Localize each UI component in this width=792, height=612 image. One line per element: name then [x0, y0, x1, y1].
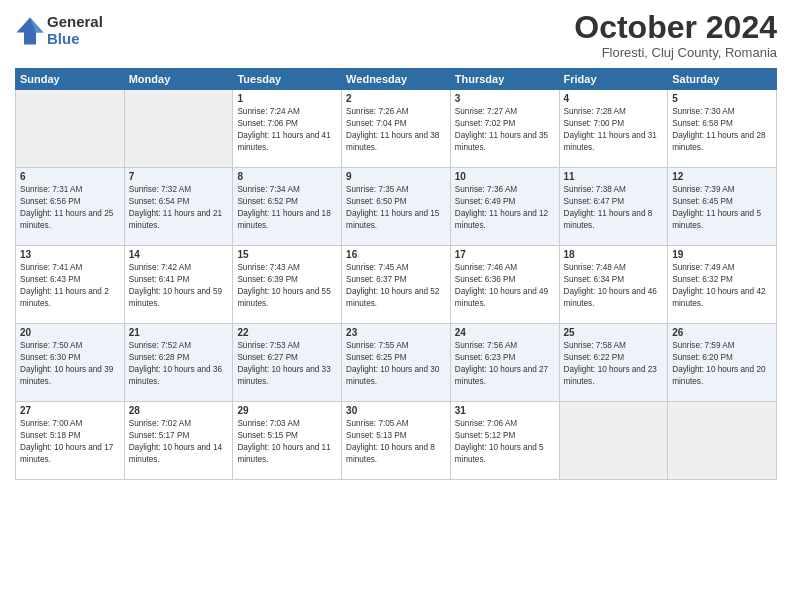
day-info: Sunrise: 7:56 AMSunset: 6:23 PMDaylight:…	[455, 340, 555, 388]
day-number: 1	[237, 93, 337, 104]
day-info: Sunrise: 7:30 AMSunset: 6:58 PMDaylight:…	[672, 106, 772, 154]
day-info: Sunrise: 7:28 AMSunset: 7:00 PMDaylight:…	[564, 106, 664, 154]
day-number: 7	[129, 171, 229, 182]
day-info: Sunrise: 7:31 AMSunset: 6:56 PMDaylight:…	[20, 184, 120, 232]
calendar-cell: 6Sunrise: 7:31 AMSunset: 6:56 PMDaylight…	[16, 168, 125, 246]
day-number: 13	[20, 249, 120, 260]
day-info: Sunrise: 7:36 AMSunset: 6:49 PMDaylight:…	[455, 184, 555, 232]
location-subtitle: Floresti, Cluj County, Romania	[574, 45, 777, 60]
header-row: SundayMondayTuesdayWednesdayThursdayFrid…	[16, 69, 777, 90]
day-number: 5	[672, 93, 772, 104]
col-header-tuesday: Tuesday	[233, 69, 342, 90]
week-row: 6Sunrise: 7:31 AMSunset: 6:56 PMDaylight…	[16, 168, 777, 246]
header: General Blue October 2024 Floresti, Cluj…	[15, 10, 777, 60]
page: General Blue October 2024 Floresti, Cluj…	[0, 0, 792, 612]
day-number: 17	[455, 249, 555, 260]
month-title: October 2024	[574, 10, 777, 45]
day-number: 4	[564, 93, 664, 104]
calendar-cell	[668, 402, 777, 480]
calendar-cell: 18Sunrise: 7:48 AMSunset: 6:34 PMDayligh…	[559, 246, 668, 324]
day-number: 24	[455, 327, 555, 338]
calendar-cell: 5Sunrise: 7:30 AMSunset: 6:58 PMDaylight…	[668, 90, 777, 168]
calendar-cell: 19Sunrise: 7:49 AMSunset: 6:32 PMDayligh…	[668, 246, 777, 324]
day-number: 8	[237, 171, 337, 182]
day-number: 30	[346, 405, 446, 416]
week-row: 27Sunrise: 7:00 AMSunset: 5:18 PMDayligh…	[16, 402, 777, 480]
day-number: 27	[20, 405, 120, 416]
day-info: Sunrise: 7:03 AMSunset: 5:15 PMDaylight:…	[237, 418, 337, 466]
calendar-cell	[124, 90, 233, 168]
day-number: 6	[20, 171, 120, 182]
calendar-cell: 22Sunrise: 7:53 AMSunset: 6:27 PMDayligh…	[233, 324, 342, 402]
day-info: Sunrise: 7:45 AMSunset: 6:37 PMDaylight:…	[346, 262, 446, 310]
day-number: 23	[346, 327, 446, 338]
calendar-cell: 8Sunrise: 7:34 AMSunset: 6:52 PMDaylight…	[233, 168, 342, 246]
day-info: Sunrise: 7:02 AMSunset: 5:17 PMDaylight:…	[129, 418, 229, 466]
day-info: Sunrise: 7:46 AMSunset: 6:36 PMDaylight:…	[455, 262, 555, 310]
logo-text: General Blue	[47, 14, 103, 47]
calendar-cell: 12Sunrise: 7:39 AMSunset: 6:45 PMDayligh…	[668, 168, 777, 246]
day-info: Sunrise: 7:26 AMSunset: 7:04 PMDaylight:…	[346, 106, 446, 154]
day-number: 14	[129, 249, 229, 260]
day-info: Sunrise: 7:32 AMSunset: 6:54 PMDaylight:…	[129, 184, 229, 232]
week-row: 20Sunrise: 7:50 AMSunset: 6:30 PMDayligh…	[16, 324, 777, 402]
col-header-friday: Friday	[559, 69, 668, 90]
week-row: 13Sunrise: 7:41 AMSunset: 6:43 PMDayligh…	[16, 246, 777, 324]
day-number: 25	[564, 327, 664, 338]
day-number: 26	[672, 327, 772, 338]
day-info: Sunrise: 7:05 AMSunset: 5:13 PMDaylight:…	[346, 418, 446, 466]
day-info: Sunrise: 7:27 AMSunset: 7:02 PMDaylight:…	[455, 106, 555, 154]
day-number: 3	[455, 93, 555, 104]
calendar-cell	[559, 402, 668, 480]
calendar-cell: 27Sunrise: 7:00 AMSunset: 5:18 PMDayligh…	[16, 402, 125, 480]
calendar-cell: 15Sunrise: 7:43 AMSunset: 6:39 PMDayligh…	[233, 246, 342, 324]
day-number: 20	[20, 327, 120, 338]
calendar-cell: 10Sunrise: 7:36 AMSunset: 6:49 PMDayligh…	[450, 168, 559, 246]
col-header-monday: Monday	[124, 69, 233, 90]
day-info: Sunrise: 7:39 AMSunset: 6:45 PMDaylight:…	[672, 184, 772, 232]
day-number: 31	[455, 405, 555, 416]
day-number: 29	[237, 405, 337, 416]
day-number: 2	[346, 93, 446, 104]
week-row: 1Sunrise: 7:24 AMSunset: 7:06 PMDaylight…	[16, 90, 777, 168]
calendar-cell: 26Sunrise: 7:59 AMSunset: 6:20 PMDayligh…	[668, 324, 777, 402]
calendar-cell: 3Sunrise: 7:27 AMSunset: 7:02 PMDaylight…	[450, 90, 559, 168]
logo-blue: Blue	[47, 31, 103, 48]
day-info: Sunrise: 7:24 AMSunset: 7:06 PMDaylight:…	[237, 106, 337, 154]
day-info: Sunrise: 7:06 AMSunset: 5:12 PMDaylight:…	[455, 418, 555, 466]
logo-icon	[15, 16, 45, 46]
day-info: Sunrise: 7:42 AMSunset: 6:41 PMDaylight:…	[129, 262, 229, 310]
calendar-cell: 31Sunrise: 7:06 AMSunset: 5:12 PMDayligh…	[450, 402, 559, 480]
day-info: Sunrise: 7:49 AMSunset: 6:32 PMDaylight:…	[672, 262, 772, 310]
calendar-cell: 7Sunrise: 7:32 AMSunset: 6:54 PMDaylight…	[124, 168, 233, 246]
col-header-saturday: Saturday	[668, 69, 777, 90]
day-info: Sunrise: 7:59 AMSunset: 6:20 PMDaylight:…	[672, 340, 772, 388]
calendar-cell: 21Sunrise: 7:52 AMSunset: 6:28 PMDayligh…	[124, 324, 233, 402]
day-number: 21	[129, 327, 229, 338]
logo-general: General	[47, 14, 103, 31]
day-number: 28	[129, 405, 229, 416]
calendar-cell: 20Sunrise: 7:50 AMSunset: 6:30 PMDayligh…	[16, 324, 125, 402]
day-info: Sunrise: 7:00 AMSunset: 5:18 PMDaylight:…	[20, 418, 120, 466]
day-info: Sunrise: 7:50 AMSunset: 6:30 PMDaylight:…	[20, 340, 120, 388]
day-info: Sunrise: 7:58 AMSunset: 6:22 PMDaylight:…	[564, 340, 664, 388]
calendar-cell: 2Sunrise: 7:26 AMSunset: 7:04 PMDaylight…	[342, 90, 451, 168]
calendar-cell: 30Sunrise: 7:05 AMSunset: 5:13 PMDayligh…	[342, 402, 451, 480]
day-info: Sunrise: 7:52 AMSunset: 6:28 PMDaylight:…	[129, 340, 229, 388]
calendar-cell: 16Sunrise: 7:45 AMSunset: 6:37 PMDayligh…	[342, 246, 451, 324]
col-header-wednesday: Wednesday	[342, 69, 451, 90]
day-info: Sunrise: 7:38 AMSunset: 6:47 PMDaylight:…	[564, 184, 664, 232]
calendar-cell	[16, 90, 125, 168]
calendar-cell: 13Sunrise: 7:41 AMSunset: 6:43 PMDayligh…	[16, 246, 125, 324]
calendar-table: SundayMondayTuesdayWednesdayThursdayFrid…	[15, 68, 777, 480]
calendar-cell: 23Sunrise: 7:55 AMSunset: 6:25 PMDayligh…	[342, 324, 451, 402]
day-number: 9	[346, 171, 446, 182]
day-info: Sunrise: 7:43 AMSunset: 6:39 PMDaylight:…	[237, 262, 337, 310]
calendar-cell: 4Sunrise: 7:28 AMSunset: 7:00 PMDaylight…	[559, 90, 668, 168]
day-number: 15	[237, 249, 337, 260]
calendar-cell: 17Sunrise: 7:46 AMSunset: 6:36 PMDayligh…	[450, 246, 559, 324]
calendar-cell: 14Sunrise: 7:42 AMSunset: 6:41 PMDayligh…	[124, 246, 233, 324]
day-info: Sunrise: 7:35 AMSunset: 6:50 PMDaylight:…	[346, 184, 446, 232]
title-block: October 2024 Floresti, Cluj County, Roma…	[574, 10, 777, 60]
day-number: 11	[564, 171, 664, 182]
